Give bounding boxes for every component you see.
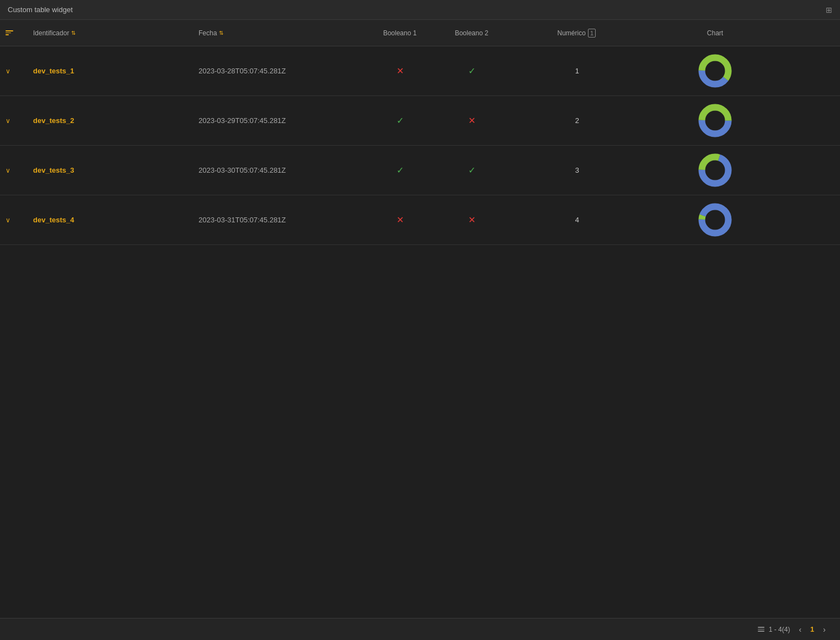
col-fecha[interactable]: Fecha ⇅ — [199, 29, 364, 37]
row-bool2-3: ✕ — [436, 215, 507, 225]
bool-false-icon: ✕ — [397, 215, 404, 225]
row-expand-1[interactable]: ∨ — [6, 117, 33, 125]
row-bool1-0: ✕ — [364, 66, 436, 76]
row-date-1: 2023-03-29T05:07:45.281Z — [199, 116, 364, 125]
table-row: ∨ dev_tests_3 2023-03-30T05:07:45.281Z ✓… — [0, 146, 840, 195]
expand-icon[interactable]: ⊞ — [826, 6, 832, 14]
col-numerico: Numérico 1 — [507, 29, 596, 38]
svg-point-7 — [706, 111, 725, 130]
row-expand-0[interactable]: ∨ — [6, 67, 33, 75]
row-bool1-1: ✓ — [364, 115, 436, 126]
chevron-down-icon: ∨ — [6, 167, 10, 174]
table-header: Identificador ⇅ Fecha ⇅ Booleano 1 Boole… — [0, 20, 840, 46]
prev-page-button[interactable]: ‹ — [795, 624, 805, 635]
chevron-down-icon: ∨ — [6, 67, 10, 75]
bool-false-icon: ✕ — [468, 115, 475, 126]
row-date-0: 2023-03-28T05:07:45.281Z — [199, 67, 364, 75]
row-expand-2[interactable]: ∨ — [6, 167, 33, 174]
row-bool1-3: ✕ — [364, 215, 436, 225]
row-bool1-2: ✓ — [364, 165, 436, 175]
svg-point-3 — [706, 62, 725, 81]
row-chart-2 — [596, 152, 834, 188]
row-numeric-1: 2 — [507, 116, 596, 125]
svg-point-15 — [706, 211, 725, 230]
bool-true-icon: ✓ — [468, 66, 475, 76]
sort-icon-identificador: ⇅ — [71, 30, 76, 36]
bool-true-icon: ✓ — [397, 115, 404, 126]
table-body: ∨ dev_tests_1 2023-03-28T05:07:45.281Z ✕… — [0, 46, 840, 245]
current-page: 1 — [810, 625, 814, 633]
row-bool2-1: ✕ — [436, 115, 507, 126]
numeric-icon: 1 — [588, 29, 596, 38]
table-container: Identificador ⇅ Fecha ⇅ Booleano 1 Boole… — [0, 20, 840, 245]
filter-icon[interactable] — [6, 30, 14, 36]
row-numeric-0: 1 — [507, 67, 596, 75]
col-identificador[interactable]: Identificador ⇅ — [33, 29, 199, 37]
row-chart-0 — [596, 53, 834, 89]
chevron-down-icon: ∨ — [6, 216, 10, 224]
col-chart: Chart — [596, 29, 834, 37]
row-expand-3[interactable]: ∨ — [6, 216, 33, 224]
bool-true-icon: ✓ — [468, 165, 475, 175]
col-expand — [6, 30, 33, 36]
row-date-3: 2023-03-31T05:07:45.281Z — [199, 216, 364, 224]
table-row: ∨ dev_tests_1 2023-03-28T05:07:45.281Z ✕… — [0, 46, 840, 96]
row-chart-3 — [596, 202, 834, 238]
bool-true-icon: ✓ — [397, 165, 404, 175]
row-id-2: dev_tests_3 — [33, 166, 199, 174]
footer: 1 - 4(4) ‹ 1 › — [0, 618, 840, 640]
row-bool2-0: ✓ — [436, 66, 507, 76]
row-chart-1 — [596, 103, 834, 138]
next-page-button[interactable]: › — [820, 624, 829, 635]
sort-icon-fecha: ⇅ — [219, 30, 223, 36]
row-id-0: dev_tests_1 — [33, 67, 199, 75]
row-bool2-2: ✓ — [436, 165, 507, 175]
pagination-info: 1 - 4(4) — [758, 626, 790, 633]
row-id-1: dev_tests_2 — [33, 116, 199, 125]
row-id-3: dev_tests_4 — [33, 216, 199, 224]
col-booleano2: Booleano 2 — [436, 29, 507, 37]
pagination-range: 1 - 4(4) — [769, 626, 790, 633]
title-bar: Custom table widget ⊞ — [0, 0, 840, 20]
row-numeric-2: 3 — [507, 166, 596, 174]
chevron-down-icon: ∨ — [6, 117, 10, 125]
pagination-lines-icon — [758, 627, 764, 632]
table-row: ∨ dev_tests_4 2023-03-31T05:07:45.281Z ✕… — [0, 195, 840, 245]
row-date-2: 2023-03-30T05:07:45.281Z — [199, 166, 364, 174]
bool-false-icon: ✕ — [397, 66, 404, 76]
svg-point-11 — [706, 161, 725, 180]
bool-false-icon: ✕ — [468, 215, 475, 225]
table-row: ∨ dev_tests_2 2023-03-29T05:07:45.281Z ✓… — [0, 96, 840, 146]
widget-title: Custom table widget — [8, 6, 73, 14]
col-booleano1: Booleano 1 — [364, 29, 436, 37]
row-numeric-3: 4 — [507, 216, 596, 224]
